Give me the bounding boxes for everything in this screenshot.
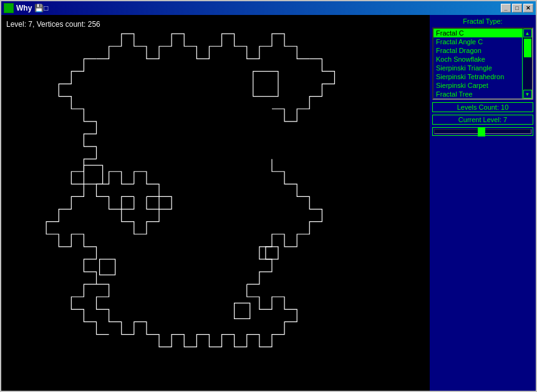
fractal-canvas-area: Level: 7, Vertices count: 256 [1,15,430,391]
svg-rect-1 [84,165,102,184]
level-slider-thumb[interactable] [478,128,485,136]
fractal-list-item-fractal-tree[interactable]: Fractal Tree [433,90,522,98]
scroll-track [523,37,532,90]
maximize-button[interactable]: □ [512,4,522,12]
minimize-button[interactable]: _ [501,4,511,12]
main-window: Why 💾□ _ □ ✕ Level: 7, Vertices count: 2… [0,0,537,392]
fractal-list: Fractal CFractal Angle CFractal DragonKo… [433,29,522,98]
window-content: Level: 7, Vertices count: 256 [1,15,536,391]
fractal-list-item-fractal-dragon[interactable]: Fractal Dragon [433,46,522,55]
fractal-list-item-koch-snowflake[interactable]: Koch Snowflake [433,55,522,64]
svg-rect-2 [235,303,250,318]
svg-rect-0 [253,71,278,96]
window-icons: 💾□ [34,4,48,12]
title-buttons: _ □ ✕ [501,4,533,12]
fractal-list-item-sierpinski-triangle[interactable]: Sierpinski Triangle [433,64,522,72]
fractal-list-item-fractal-c[interactable]: Fractal C [433,29,522,37]
window-title: Why [16,4,32,12]
fractal-list-container: Fractal CFractal Angle CFractal DragonKo… [432,27,533,100]
scroll-thumb [524,39,531,57]
right-panel: Fractal Type: Fractal CFractal Angle CFr… [430,15,536,391]
title-bar-left: Why 💾□ [4,3,49,13]
scroll-down-button[interactable]: ▼ [523,90,532,98]
app-icon [4,3,14,13]
fractal-svg [1,15,430,391]
scroll-up-button[interactable]: ▲ [523,29,532,37]
levels-count-info: Levels Count: 10 [432,102,533,112]
fractal-list-scrollbar[interactable]: ▲ ▼ [522,29,532,98]
current-level-info: Current Level: 7 [432,115,533,125]
fractal-list-item-fractal-angle-c[interactable]: Fractal Angle C [433,37,522,46]
svg-rect-3 [266,247,278,259]
title-bar: Why 💾□ _ □ ✕ [1,1,536,15]
fractal-type-label: Fractal Type: [432,17,533,25]
level-slider-track[interactable] [434,129,531,134]
close-button[interactable]: ✕ [523,4,533,12]
svg-rect-4 [100,259,115,275]
fractal-list-item-sierpinski-tetrahedron[interactable]: Sierpinski Tetrahedron [433,72,522,81]
fractal-list-item-sierpinski-carpet[interactable]: Sierpinski Carpet [433,81,522,90]
level-slider-container [432,127,533,136]
